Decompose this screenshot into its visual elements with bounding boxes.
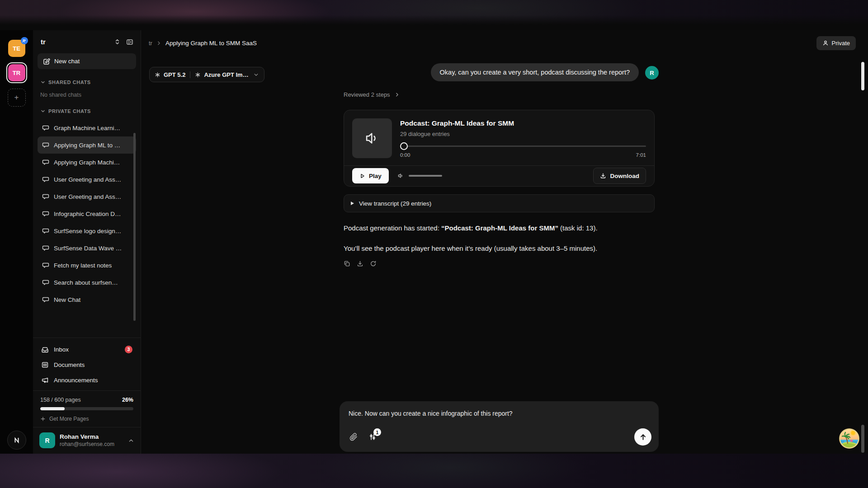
status-podcast-title: “Podcast: Graph-ML Ideas for SMM” xyxy=(441,224,558,232)
chat-title: SurfSense logo design… xyxy=(54,228,121,235)
main-area: tr Applying Graph ML to SMM SaaS Private… xyxy=(141,30,868,454)
inbox-unread-badge: 3 xyxy=(125,346,132,353)
sidebar-item-documents[interactable]: Documents xyxy=(33,357,141,372)
chat-list-item[interactable]: SurfSense logo design… xyxy=(38,222,136,239)
pages-usage-text: 158 / 600 pages xyxy=(40,397,81,403)
breadcrumb-root[interactable]: tr xyxy=(149,40,152,47)
workspace-rail: TE TR + xyxy=(0,30,33,454)
private-chats-header[interactable]: PRIVATE CHATS xyxy=(40,108,133,114)
nextjs-logo xyxy=(7,431,26,450)
chat-list-item[interactable]: New Chat xyxy=(38,291,136,308)
openai-logo-icon xyxy=(195,72,201,78)
app-window: TE TR + tr xyxy=(0,30,868,454)
sidebar-header: tr xyxy=(33,30,141,49)
chevron-right-icon xyxy=(156,40,162,46)
send-button[interactable] xyxy=(634,428,651,446)
chat-list-item[interactable]: Search about surfsen… xyxy=(38,274,136,291)
chat-list-item[interactable]: Fetch my latest notes xyxy=(38,257,136,274)
announcements-label: Announcements xyxy=(54,377,98,384)
shared-chats-title: SHARED CHATS xyxy=(48,80,91,85)
collapse-sidebar-icon[interactable] xyxy=(126,38,133,46)
usage-panel: 158 / 600 pages 26% Get More Pages xyxy=(33,391,141,427)
user-message-bubble: Okay, can you create a very short, podca… xyxy=(431,63,639,81)
tropical-sticker-badge[interactable] xyxy=(839,428,860,449)
chat-thread: Okay, can you create a very short, podca… xyxy=(340,63,659,267)
seek-slider[interactable] xyxy=(400,142,646,150)
user-name: Rohan Verma xyxy=(60,433,114,440)
user-icon xyxy=(822,40,829,46)
desktop: TE TR + tr xyxy=(0,0,868,488)
chat-title: Applying Graph Machi… xyxy=(54,159,120,166)
browser-chrome-bottom xyxy=(0,453,868,488)
play-button[interactable]: Play xyxy=(352,168,389,183)
model-chip-secondary[interactable]: Azure GPT Im… xyxy=(195,71,248,78)
volume-slider[interactable] xyxy=(409,175,442,177)
seek-knob[interactable] xyxy=(400,142,408,150)
sidebar-bottom: Inbox 3 Documents Announcements 1 xyxy=(33,338,141,454)
user-message-avatar: R xyxy=(645,66,659,80)
model-chip-primary[interactable]: GPT 5.2 xyxy=(155,71,185,78)
volume-control xyxy=(397,172,442,179)
user-message-row: Okay, can you create a very short, podca… xyxy=(340,63,659,81)
user-email: rohan@surfsense.com xyxy=(60,441,114,447)
workspace-initials: TE xyxy=(13,45,20,52)
composer-input[interactable]: Nice. Now can you create a nice infograp… xyxy=(349,410,650,417)
regenerate-icon[interactable] xyxy=(370,260,377,267)
shared-chats-header[interactable]: SHARED CHATS xyxy=(40,80,133,85)
copy-icon[interactable] xyxy=(344,260,350,267)
chevrons-up-down-icon[interactable] xyxy=(114,38,121,45)
new-chat-button[interactable]: New chat xyxy=(38,53,136,69)
privacy-label: Private xyxy=(832,40,850,47)
account-menu[interactable]: R Rohan Verma rohan@surfsense.com xyxy=(33,427,141,454)
chat-title: User Greeting and Ass… xyxy=(54,176,121,183)
openai-logo-icon xyxy=(155,72,160,78)
chevron-right-icon xyxy=(394,92,400,98)
megaphone-icon xyxy=(41,376,49,384)
selected-workspace-ring: TR xyxy=(6,62,27,83)
chat-list-item[interactable]: User Greeting and Ass… xyxy=(38,171,136,188)
podcast-title: Podcast: Graph-ML Ideas for SMM xyxy=(400,119,514,127)
message-composer[interactable]: Nice. Now can you create a nice infograp… xyxy=(340,401,659,452)
chat-list-item[interactable]: Infographic Creation D… xyxy=(38,205,136,222)
get-more-pages-button[interactable]: Get More Pages xyxy=(40,416,133,422)
privacy-toggle-button[interactable]: Private xyxy=(816,36,856,50)
inbox-icon xyxy=(41,346,49,353)
model-selector[interactable]: GPT 5.2 Azure GPT Im… xyxy=(149,67,264,82)
chat-list-item[interactable]: Graph Machine Learni… xyxy=(38,119,136,136)
download-icon[interactable] xyxy=(357,260,363,267)
composer-toolbar: 1 xyxy=(349,428,651,446)
message-actions xyxy=(344,260,659,267)
chat-list-item[interactable]: User Greeting and Ass… xyxy=(38,188,136,205)
chat-list-item[interactable]: Applying Graph Machi… xyxy=(38,154,136,171)
pencil-square-icon xyxy=(43,58,50,65)
add-workspace-button[interactable]: + xyxy=(8,89,26,107)
page-scrollbar-thumb-bottom[interactable] xyxy=(861,425,864,453)
tools-selector[interactable]: 1 xyxy=(368,433,377,441)
speaker-icon xyxy=(352,118,392,158)
download-button[interactable]: Download xyxy=(593,168,646,184)
browser-chrome-top xyxy=(0,0,868,30)
usage-progress-bar xyxy=(40,407,133,410)
new-chat-label: New chat xyxy=(54,58,80,65)
chat-title: Graph Machine Learni… xyxy=(54,125,120,131)
chevron-down-icon xyxy=(253,72,259,78)
sidebar-item-inbox[interactable]: Inbox 3 xyxy=(33,342,141,357)
chat-list-item-active[interactable]: Applying Graph ML to … xyxy=(38,136,136,154)
workspace-initials: TR xyxy=(13,70,20,76)
workspace-avatar-tr[interactable]: TR xyxy=(8,64,25,81)
chat-list-item[interactable]: SurfSense Data Wave … xyxy=(38,239,136,257)
page-scrollbar-thumb[interactable] xyxy=(861,62,864,90)
transcript-toggle[interactable]: View transcript (29 entries) xyxy=(344,194,655,212)
sidebar-item-announcements[interactable]: Announcements xyxy=(33,372,141,388)
user-avatar: R xyxy=(39,432,55,448)
chat-title: Applying Graph ML to … xyxy=(54,142,120,149)
seek-track xyxy=(400,145,646,147)
chevron-down-icon xyxy=(40,108,46,114)
elapsed-time: 0:00 xyxy=(400,152,410,158)
attachment-icon[interactable] xyxy=(349,433,358,441)
breadcrumb-current: Applying Graph ML to SMM SaaS xyxy=(165,40,257,47)
arrow-up-icon xyxy=(639,433,647,441)
workspace-avatar-te[interactable]: TE xyxy=(8,40,25,57)
sidebar-scrollbar-thumb[interactable] xyxy=(133,133,136,321)
reviewed-steps-toggle[interactable]: Reviewed 2 steps xyxy=(344,91,659,98)
